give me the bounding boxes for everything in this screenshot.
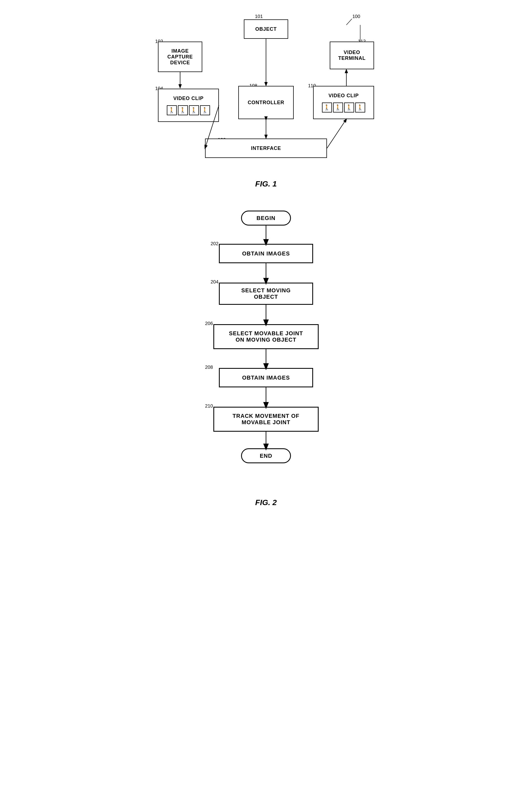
frame-l1: 🚶 xyxy=(167,105,177,115)
select-movable-joint-box: SELECT MOVABLE JOINT ON MOVING OBJECT xyxy=(213,324,319,349)
filmstrip-left: 🚶 🚶 🚶 🚶 xyxy=(167,105,210,115)
svg-line-7 xyxy=(327,119,346,148)
controller-box: CONTROLLER xyxy=(238,86,294,119)
ref-204: 204 xyxy=(211,279,218,285)
frame-l3: 🚶 xyxy=(189,105,199,115)
track-movement-box: TRACK MOVEMENT OF MOVABLE JOINT xyxy=(213,407,319,432)
select-moving-object-box: SELECT MOVING OBJECT xyxy=(219,283,313,305)
video-clip-right-box: VIDEO CLIP 🚶 🚶 🚶 🚶 xyxy=(313,86,374,119)
obtain-images-1-box: OBTAIN IMAGES xyxy=(219,244,313,263)
obtain-images-2-box: OBTAIN IMAGES xyxy=(219,368,313,387)
filmstrip-right: 🚶 🚶 🚶 🚶 xyxy=(322,102,365,113)
object-box: OBJECT xyxy=(244,19,288,39)
image-capture-box: IMAGE CAPTURE DEVICE xyxy=(158,42,202,72)
ref-208: 208 xyxy=(205,365,213,370)
video-terminal-box: VIDEO TERMINAL xyxy=(330,42,374,69)
frame-l2: 🚶 xyxy=(178,105,188,115)
fig2-diagram: BEGIN 202 OBTAIN IMAGES 204 SELECT MOVIN… xyxy=(150,205,382,510)
frame-l4: 🚶 xyxy=(200,105,210,115)
fig2-title: FIG. 2 xyxy=(255,498,277,507)
fig1-title: FIG. 1 xyxy=(255,180,277,189)
svg-line-0 xyxy=(346,19,352,25)
ref-100: 100 xyxy=(352,14,360,19)
ref-206: 206 xyxy=(205,321,213,327)
frame-r3: 🚶 xyxy=(344,102,354,113)
end-pill: END xyxy=(241,448,291,463)
ref-210: 210 xyxy=(205,403,213,409)
fig1-diagram: 100 101 OBJECT 102 IMAGE CAPTURE DEVICE … xyxy=(150,11,382,189)
ref-101: 101 xyxy=(255,14,263,19)
interface-box: INTERFACE xyxy=(205,139,327,158)
video-clip-left-box: VIDEO CLIP 🚶 🚶 🚶 🚶 xyxy=(158,88,219,122)
frame-r4: 🚶 xyxy=(355,102,365,113)
begin-pill: BEGIN xyxy=(241,211,291,225)
frame-r1: 🚶 xyxy=(322,102,332,113)
ref-202: 202 xyxy=(211,241,218,247)
frame-r2: 🚶 xyxy=(333,102,343,113)
